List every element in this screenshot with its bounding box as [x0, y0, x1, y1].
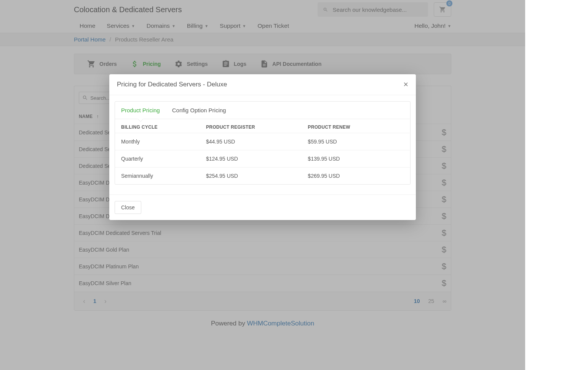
cell-register: $254.95 USD — [206, 173, 308, 179]
close-button[interactable]: Close — [115, 201, 141, 214]
tab-config-option-pricing[interactable]: Config Option Pricing — [166, 102, 232, 119]
cell-register: $44.95 USD — [206, 139, 308, 145]
cell-cycle: Semiannually — [121, 173, 206, 179]
modal-overlay[interactable]: Pricing for Dedicated Servers - Deluxe ×… — [0, 0, 525, 370]
close-icon[interactable]: × — [403, 80, 408, 89]
pricing-row: Semiannually$254.95 USD$269.95 USD — [115, 167, 410, 184]
pricing-modal: Pricing for Dedicated Servers - Deluxe ×… — [109, 74, 416, 220]
cell-cycle: Monthly — [121, 139, 206, 145]
tab-product-pricing[interactable]: Product Pricing — [115, 102, 166, 119]
cell-renew: $59.95 USD — [308, 139, 404, 145]
cell-register: $124.95 USD — [206, 156, 308, 162]
cell-renew: $139.95 USD — [308, 156, 404, 162]
pricing-row: Monthly$44.95 USD$59.95 USD — [115, 133, 410, 150]
th-billing-cycle: BILLING CYCLE — [121, 124, 206, 130]
cell-cycle: Quarterly — [121, 156, 206, 162]
th-product-renew: PRODUCT RENEW — [308, 124, 404, 130]
cell-renew: $269.95 USD — [308, 173, 404, 179]
th-product-register: PRODUCT REGISTER — [206, 124, 308, 130]
pricing-row: Quarterly$124.95 USD$139.95 USD — [115, 150, 410, 167]
modal-title: Pricing for Dedicated Servers - Deluxe — [117, 81, 227, 88]
